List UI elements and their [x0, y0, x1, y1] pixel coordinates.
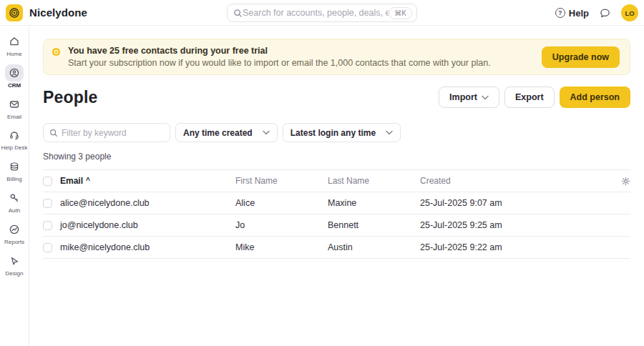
filter-bar: Any time created Latest login any time	[43, 123, 630, 142]
created-filter-value: Any time created	[183, 128, 253, 138]
cell-first-name: Jo	[235, 220, 328, 230]
sidebar-item-home[interactable]: Home	[0, 33, 29, 58]
avatar-initials: LO	[625, 9, 634, 17]
cell-last-name: Maxine	[328, 198, 420, 208]
top-bar: Nicelydone ⌘K ? Help LO	[0, 0, 644, 26]
app-title: Nicelydone	[29, 6, 87, 19]
sidebar-item-auth[interactable]: Auth	[0, 189, 29, 214]
table-row[interactable]: alice@nicelydone.club Alice Maxine 25-Ju…	[43, 192, 630, 214]
sidebar-item-design[interactable]: Design	[0, 252, 29, 277]
user-avatar[interactable]: LO	[621, 4, 638, 21]
sidebar-item-billing[interactable]: Billing	[0, 158, 29, 183]
cell-last-name: Bennett	[328, 220, 420, 230]
created-filter-select[interactable]: Any time created	[175, 123, 278, 142]
login-filter-select[interactable]: Latest login any time	[283, 123, 401, 142]
result-count: Showing 3 people	[43, 152, 630, 162]
column-header-email[interactable]: Email ^	[60, 176, 235, 186]
key-icon	[5, 189, 24, 207]
help-button[interactable]: ? Help	[555, 8, 589, 19]
banner-subtitle: Start your subscription now if you would…	[68, 58, 542, 68]
cell-created: 25-Jul-2025 9:22 am	[420, 242, 618, 252]
banner-title: You have 25 free contacts during your fr…	[68, 46, 542, 56]
search-input[interactable]	[243, 8, 389, 18]
cursor-icon	[5, 252, 24, 270]
cell-last-name: Austin	[328, 242, 420, 252]
sidebar-item-label: Reports	[4, 239, 24, 246]
sidebar-item-label: Home	[6, 51, 21, 58]
main-content: You have 25 free contacts during your fr…	[30, 26, 644, 346]
sidebar-nav: Home CRM Email Help Desk Billing	[0, 26, 29, 346]
topbar-actions: ? Help LO	[555, 0, 638, 26]
email-header-label: Email	[60, 176, 83, 186]
column-header-created[interactable]: Created	[420, 176, 618, 186]
trend-circle-icon	[5, 221, 24, 238]
people-table: Email ^ First Name Last Name Created ali…	[43, 169, 630, 259]
page-header: People Import Export Add person	[43, 86, 630, 108]
coins-icon	[5, 158, 24, 175]
search-icon	[233, 9, 243, 18]
brand[interactable]: Nicelydone	[0, 4, 87, 21]
column-header-first-name[interactable]: First Name	[235, 176, 328, 186]
table-row[interactable]: jo@nicelydone.club Jo Bennett 25-Jul-202…	[43, 214, 630, 237]
cell-email: alice@nicelydone.club	[60, 198, 235, 208]
sidebar-item-label: Design	[6, 271, 24, 277]
table-header-row: Email ^ First Name Last Name Created	[43, 170, 630, 192]
person-circle-icon	[5, 64, 24, 81]
select-all-checkbox[interactable]	[43, 177, 52, 186]
home-icon	[5, 33, 24, 50]
import-button[interactable]: Import	[439, 86, 499, 108]
sidebar-item-label: Billing	[6, 177, 21, 183]
row-checkbox[interactable]	[43, 221, 52, 230]
cell-email: mike@nicelydone.club	[60, 242, 235, 252]
keyword-filter[interactable]	[43, 123, 170, 142]
export-button[interactable]: Export	[504, 86, 555, 108]
envelope-icon	[5, 96, 24, 113]
sidebar-item-label: CRM	[8, 83, 21, 89]
sidebar-item-label: Email	[7, 114, 21, 121]
cell-first-name: Alice	[235, 198, 328, 208]
question-circle-icon: ?	[555, 8, 565, 18]
sidebar-item-email[interactable]: Email	[0, 96, 29, 121]
shortcut-badge: ⌘K	[389, 7, 412, 19]
upgrade-now-button[interactable]: Upgrade now	[542, 46, 620, 68]
sidebar-item-reports[interactable]: Reports	[0, 221, 29, 246]
banner-text: You have 25 free contacts during your fr…	[68, 46, 542, 68]
search-icon	[49, 129, 58, 137]
row-checkbox[interactable]	[43, 243, 52, 252]
app-window: Nicelydone ⌘K ? Help LO	[0, 0, 644, 346]
global-search[interactable]: ⌘K	[227, 4, 417, 22]
headset-icon	[5, 127, 24, 144]
column-header-last-name[interactable]: Last Name	[328, 176, 420, 186]
table-settings-gear-icon[interactable]	[618, 177, 630, 186]
sidebar-item-help-desk[interactable]: Help Desk	[0, 127, 29, 152]
add-person-button[interactable]: Add person	[560, 86, 630, 108]
sidebar-item-label: Help Desk	[1, 145, 28, 152]
table-row[interactable]: mike@nicelydone.club Mike Austin 25-Jul-…	[43, 237, 630, 259]
sidebar-item-crm[interactable]: CRM	[0, 64, 29, 89]
page-title: People	[43, 88, 98, 107]
cell-created: 25-Jul-2025 9:07 am	[420, 198, 618, 208]
login-filter-value: Latest login any time	[291, 128, 376, 138]
chat-bubble-icon[interactable]	[599, 7, 611, 19]
import-label: Import	[449, 92, 477, 102]
chevron-down-icon	[263, 130, 270, 135]
cell-email: jo@nicelydone.club	[60, 220, 235, 230]
sidebar-item-label: Auth	[9, 208, 20, 214]
chevron-down-icon	[482, 95, 489, 100]
app-logo-icon	[6, 4, 23, 21]
help-label: Help	[569, 8, 589, 19]
sort-asc-icon: ^	[86, 177, 90, 184]
cell-first-name: Mike	[235, 242, 328, 252]
page-actions: Import Export Add person	[439, 86, 630, 108]
row-checkbox[interactable]	[43, 199, 52, 208]
trial-banner: You have 25 free contacts during your fr…	[43, 39, 630, 75]
warning-icon	[52, 48, 60, 56]
cell-created: 25-Jul-2025 9:25 am	[420, 220, 618, 230]
chevron-down-icon	[386, 130, 393, 135]
keyword-input[interactable]	[62, 128, 164, 138]
